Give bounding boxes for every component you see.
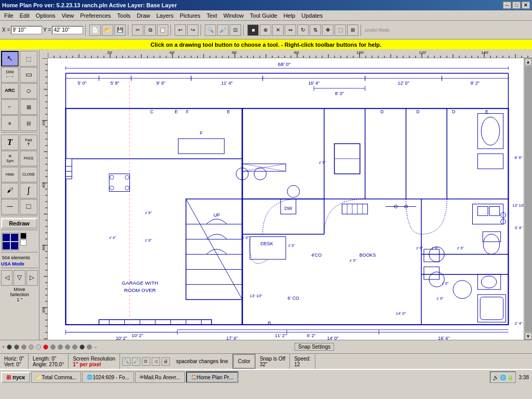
select-tool-button[interactable]: ↖	[1, 51, 19, 66]
scroll-track[interactable]	[525, 66, 532, 332]
menu-draw[interactable]: Draw	[134, 11, 153, 20]
menu-pictures[interactable]: Pictures	[177, 11, 204, 20]
scroll-down-arrow[interactable]: ▼	[525, 332, 532, 340]
snap-dot-3[interactable]	[21, 344, 26, 350]
minimize-button[interactable]: ─	[503, 2, 511, 9]
rect-button[interactable]: □	[20, 199, 37, 215]
mirror-button[interactable]: ⇔	[285, 24, 296, 36]
snap-dot-7[interactable]	[58, 344, 63, 350]
print-btn[interactable]: 🖨	[162, 357, 170, 366]
svg-text:12' 0": 12' 0"	[398, 81, 409, 86]
snap-button[interactable]: ⊕	[260, 24, 271, 36]
snap-dot-5[interactable]	[36, 344, 41, 350]
snap-dot-1[interactable]	[7, 344, 12, 350]
group-button[interactable]: ⬚	[335, 24, 346, 36]
x-input[interactable]	[11, 26, 42, 34]
taskbar-1024[interactable]: 🌐 1024:609 - Fo...	[82, 371, 134, 383]
snap-dot-6[interactable]	[50, 344, 56, 350]
snap-dot-10[interactable]	[79, 344, 85, 350]
stair2-button[interactable]: ⊟	[20, 115, 37, 131]
start-button[interactable]: ⊞ пуск	[1, 372, 30, 383]
y-input[interactable]	[52, 26, 83, 34]
cut-button[interactable]: ✂	[132, 24, 143, 36]
zoom-prev-btn[interactable]: ◁	[152, 357, 160, 366]
svg-text:z' 6": z' 6"	[442, 282, 449, 285]
zoom-fit-btn[interactable]: ⊡	[142, 357, 150, 366]
menu-options[interactable]: Options	[33, 11, 59, 20]
redo-button[interactable]: ↪	[187, 24, 198, 36]
x-coord-field: X =	[2, 26, 42, 34]
save-button[interactable]: 💾	[114, 24, 126, 36]
zoom-fit-button[interactable]: ⊡	[230, 24, 241, 36]
taskbar-homeplan[interactable]: 🏠 Home Plan Pr...	[186, 371, 238, 383]
text-button[interactable]: T	[1, 135, 19, 150]
snap-dot-red[interactable]	[43, 344, 48, 350]
menu-file[interactable]: File	[1, 11, 17, 20]
snap-dot-2[interactable]	[14, 344, 19, 350]
redraw-button[interactable]: Redraw	[1, 218, 37, 229]
snap-dot-4[interactable]	[29, 344, 34, 350]
fg-color-swatch[interactable]	[20, 233, 26, 239]
delete-button[interactable]: ✕	[272, 24, 284, 36]
menu-help[interactable]: Help	[281, 11, 299, 20]
menu-text[interactable]: Text	[204, 11, 220, 20]
snap-dot-11[interactable]	[87, 344, 92, 350]
scroll-up-arrow[interactable]: ▲	[525, 58, 532, 65]
figs-button[interactable]: FIGS	[20, 151, 37, 166]
zoom-in-button[interactable]: 🔍	[205, 24, 216, 36]
flip-button[interactable]: ⇅	[310, 24, 321, 36]
ungroup-button[interactable]: ⊞	[347, 24, 358, 36]
paint-button[interactable]: 🖌	[1, 183, 19, 198]
stair-button[interactable]: ≡	[1, 115, 19, 131]
bg-color-swatch[interactable]	[20, 240, 26, 246]
zoom-out-btn[interactable]: 🔎	[132, 357, 140, 366]
right-scrollbar[interactable]: ▲ ▼	[524, 58, 532, 340]
snap-settings-button[interactable]: Snap Settings	[295, 343, 334, 351]
arc-button[interactable]: ARC	[1, 83, 19, 99]
minus-button[interactable]: +	[2, 344, 5, 350]
snap-dot-9[interactable]	[72, 344, 77, 350]
snap-dot-8[interactable]	[65, 344, 70, 350]
line-button[interactable]: —	[1, 199, 19, 215]
menu-preferences[interactable]: Preferences	[77, 11, 114, 20]
dim-button[interactable]: DIM←→	[1, 67, 19, 83]
plus-button[interactable]: –	[94, 344, 97, 350]
menu-edit[interactable]: Edit	[17, 11, 33, 20]
next-button[interactable]: ▷	[26, 270, 38, 286]
hide-button[interactable]: Hide	[1, 167, 19, 182]
zoom-out-button[interactable]: 🔎	[217, 24, 229, 36]
door-button[interactable]: ⌐	[1, 99, 19, 115]
circle-button[interactable]: ○	[20, 83, 37, 99]
select-box-button[interactable]: ⬚	[20, 51, 37, 66]
color-swatch[interactable]	[2, 233, 19, 250]
taskbar-mail[interactable]: ✉ Mail.Ru Агент...	[135, 371, 185, 383]
close-button[interactable]: ✕	[522, 2, 530, 9]
zoom-in-btn[interactable]: 🔍	[122, 357, 130, 366]
down-button[interactable]: ▽	[14, 270, 25, 286]
window-button[interactable]: ⊞	[20, 99, 37, 115]
prev-button[interactable]: ◁	[1, 270, 12, 286]
open-button[interactable]: 📂	[102, 24, 113, 36]
undo-button[interactable]: ↩	[175, 24, 186, 36]
menu-toolguide[interactable]: Tool Guide	[247, 11, 281, 20]
symbols-button[interactable]: ≋Sym	[1, 151, 19, 166]
maximize-button[interactable]: □	[512, 2, 521, 9]
taskbar-total-comma[interactable]: 📁 Total Comma...	[31, 371, 81, 383]
menu-layers[interactable]: Layers	[153, 11, 177, 20]
move-button[interactable]: ✥	[322, 24, 334, 36]
drawing-canvas[interactable]: 68' 0" 5' 0" 5' 8" 9' 6"	[48, 58, 524, 340]
menu-view[interactable]: View	[59, 11, 77, 20]
menu-window[interactable]: Window	[220, 11, 247, 20]
copy-button[interactable]: ⧉	[144, 24, 156, 36]
grid-button[interactable]: ■	[247, 24, 259, 36]
new-button[interactable]: 📄	[89, 24, 101, 36]
wall-button[interactable]: ▭	[20, 67, 37, 83]
menu-tools[interactable]: Tools	[114, 11, 134, 20]
clone-button[interactable]: CLONE	[20, 167, 37, 182]
fast-text-button[interactable]: FastT	[20, 135, 37, 150]
rotate-button[interactable]: ↻	[297, 24, 309, 36]
snap-settings-center: Snap Settings	[99, 343, 530, 351]
curve-button[interactable]: ∫	[20, 183, 37, 198]
menu-updates[interactable]: Updates	[298, 11, 326, 20]
paste-button[interactable]: 📋	[157, 24, 168, 36]
